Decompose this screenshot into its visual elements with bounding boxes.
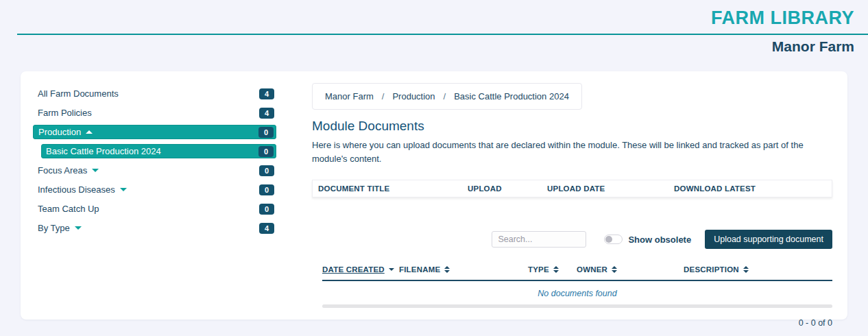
sidebar: All Farm Documents 4 Farm Policies 4 Pro… <box>21 71 291 320</box>
chevron-down-icon <box>120 188 127 191</box>
count-badge: 4 <box>259 108 274 119</box>
breadcrumb-separator: / <box>444 91 446 101</box>
sort-column-owner[interactable]: OWNER <box>577 265 684 274</box>
sort-icon <box>743 266 749 273</box>
sort-icon <box>444 266 450 273</box>
sidebar-item-production[interactable]: Production 0 <box>33 125 276 139</box>
page-description: Here is where you can upload documents t… <box>312 139 832 166</box>
column-header-upload: UPLOAD <box>468 184 547 193</box>
sort-desc-icon <box>389 268 394 271</box>
table-bottom-divider <box>322 304 832 308</box>
toggle-knob <box>605 236 612 243</box>
chevron-up-icon <box>86 130 93 134</box>
column-header-document-title: DOCUMENT TITLE <box>318 184 468 193</box>
show-obsolete-toggle-group: Show obsolete <box>604 235 691 245</box>
show-obsolete-toggle[interactable] <box>604 235 623 244</box>
sort-column-filename[interactable]: FILENAME <box>399 265 528 274</box>
supporting-documents-table-header: DATE CREATED FILENAME TYPE OWNER DESCRIP… <box>322 265 832 281</box>
sort-icon <box>612 266 617 273</box>
sidebar-item-infectious-diseases[interactable]: Infectious Diseases 0 <box>33 182 276 197</box>
main-panel: Manor Farm / Production / Basic Cattle P… <box>291 71 847 320</box>
sidebar-item-basic-cattle-production-2024[interactable]: Basic Cattle Production 2024 0 <box>41 144 276 158</box>
count-badge: 4 <box>259 88 274 99</box>
sidebar-item-label: Basic Cattle Production 2024 <box>46 146 161 156</box>
count-badge: 4 <box>259 223 274 234</box>
breadcrumb-separator: / <box>382 91 385 101</box>
module-documents-table-header: DOCUMENT TITLE UPLOAD UPLOAD DATE DOWNLO… <box>312 180 832 197</box>
count-badge: 0 <box>258 146 274 157</box>
content-card: All Farm Documents 4 Farm Policies 4 Pro… <box>21 71 847 320</box>
count-badge: 0 <box>259 184 274 195</box>
header-divider <box>17 34 868 35</box>
count-badge: 0 <box>259 165 274 176</box>
chevron-down-icon <box>92 169 99 172</box>
upload-supporting-document-button[interactable]: Upload supporting document <box>705 230 832 249</box>
sidebar-item-focus-areas[interactable]: Focus Areas 0 <box>33 163 276 178</box>
sort-column-date-created[interactable]: DATE CREATED <box>322 265 399 274</box>
sort-icon <box>553 266 559 273</box>
sidebar-item-all-farm-documents[interactable]: All Farm Documents 4 <box>33 86 276 101</box>
supporting-documents-table: DATE CREATED FILENAME TYPE OWNER DESCRIP… <box>322 265 832 328</box>
breadcrumb: Manor Farm / Production / Basic Cattle P… <box>312 83 582 110</box>
app-title: FARM LIBRARY <box>0 5 868 30</box>
sidebar-item-label: Team Catch Up <box>38 204 99 214</box>
sort-column-type[interactable]: TYPE <box>528 265 577 274</box>
pagination-status: 0 - 0 of 0 <box>322 318 832 328</box>
sidebar-item-label: All Farm Documents <box>38 88 119 99</box>
search-input[interactable] <box>492 231 586 248</box>
page-title: Module Documents <box>312 119 832 134</box>
count-badge: 0 <box>259 204 274 215</box>
breadcrumb-item-basic-cattle-production-2024[interactable]: Basic Cattle Production 2024 <box>454 91 569 101</box>
sidebar-item-label: Production <box>38 127 81 137</box>
sidebar-item-label: Infectious Diseases <box>38 184 115 195</box>
sidebar-item-label: Farm Policies <box>38 108 92 118</box>
sidebar-item-team-catch-up[interactable]: Team Catch Up 0 <box>33 202 276 216</box>
app-header: FARM LIBRARY Manor Farm <box>0 0 868 57</box>
sort-column-description[interactable]: DESCRIPTION <box>684 265 832 274</box>
sidebar-item-by-type[interactable]: By Type 4 <box>33 221 276 235</box>
show-obsolete-label: Show obsolete <box>628 235 691 245</box>
breadcrumb-item-production[interactable]: Production <box>392 91 435 101</box>
documents-controls-row: Show obsolete Upload supporting document <box>312 230 832 249</box>
empty-state-message: No documents found <box>322 281 832 304</box>
sidebar-item-label: By Type <box>38 223 70 233</box>
count-badge: 0 <box>258 127 274 138</box>
farm-name-subtitle: Manor Farm <box>0 36 868 57</box>
sidebar-item-label: Focus Areas <box>38 165 87 176</box>
chevron-down-icon <box>75 226 82 230</box>
column-header-download-latest: DOWNLOAD LATEST <box>674 184 832 193</box>
column-header-upload-date: UPLOAD DATE <box>547 184 674 193</box>
breadcrumb-item-manor-farm[interactable]: Manor Farm <box>325 91 374 101</box>
sidebar-item-farm-policies[interactable]: Farm Policies 4 <box>33 106 276 120</box>
